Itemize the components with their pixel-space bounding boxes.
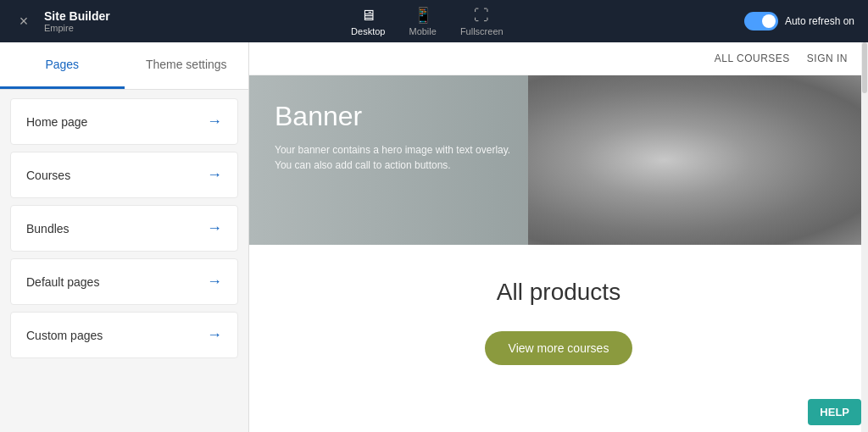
nav-item-custom-pages-label: Custom pages — [26, 329, 103, 342]
preview-scrollbar[interactable] — [861, 42, 868, 432]
nav-item-custom-pages-arrow: → — [207, 326, 222, 344]
banner-spiral-decoration — [528, 75, 869, 245]
banner-content: Banner Your banner contains a hero image… — [275, 101, 529, 173]
view-desktop[interactable]: 🖥 Desktop — [351, 7, 385, 36]
banner-image — [528, 75, 869, 245]
view-more-courses-button[interactable]: View more courses — [485, 331, 633, 365]
site-info: Site Builder Empire — [44, 9, 110, 33]
nav-item-custom-pages[interactable]: Custom pages → — [10, 312, 238, 358]
close-button[interactable]: × — [14, 11, 34, 31]
site-subtitle: Empire — [44, 23, 110, 33]
banner-description: Your banner contains a hero image with t… — [275, 142, 529, 173]
nav-item-default-pages-arrow: → — [207, 273, 222, 291]
tab-theme-settings[interactable]: Theme settings — [125, 42, 249, 89]
banner-section: Banner Your banner contains a hero image… — [249, 75, 868, 245]
site-title: Site Builder — [44, 9, 110, 23]
help-button[interactable]: HELP — [808, 399, 861, 425]
nav-item-courses[interactable]: Courses → — [10, 152, 238, 198]
nav-item-bundles-arrow: → — [207, 219, 222, 237]
preview-navbar: ALL COURSES SIGN IN — [249, 42, 868, 75]
nav-item-home-page[interactable]: Home page → — [10, 98, 238, 145]
sidebar: Pages Theme settings Home page → Courses… — [0, 42, 249, 432]
desktop-icon: 🖥 — [360, 7, 376, 25]
banner-title: Banner — [275, 101, 529, 132]
view-mobile[interactable]: 📱 Mobile — [409, 6, 436, 36]
mobile-icon: 📱 — [414, 6, 432, 25]
nav-item-default-pages-label: Default pages — [26, 275, 99, 289]
preview-nav-all-courses: ALL COURSES — [715, 53, 790, 64]
auto-refresh-toggle[interactable] — [744, 12, 778, 30]
sidebar-tabs: Pages Theme settings — [0, 42, 248, 90]
nav-item-default-pages[interactable]: Default pages → — [10, 258, 238, 305]
fullscreen-label: Fullscreen — [460, 26, 504, 36]
auto-refresh-label: Auto refresh on — [785, 15, 854, 27]
nav-item-bundles-label: Bundles — [26, 222, 70, 235]
close-icon: × — [19, 13, 29, 30]
topbar: × Site Builder Empire 🖥 Desktop 📱 Mobile… — [0, 0, 868, 42]
preview-nav-sign-in: SIGN IN — [807, 53, 848, 64]
tab-pages[interactable]: Pages — [0, 42, 125, 89]
nav-item-courses-arrow: → — [207, 166, 222, 184]
nav-items-list: Home page → Courses → Bundles → Default … — [0, 90, 248, 432]
view-fullscreen[interactable]: ⛶ Fullscreen — [460, 7, 504, 36]
all-products-section: All products View more courses — [249, 245, 868, 390]
preview-scrollbar-thumb — [862, 42, 867, 93]
mobile-label: Mobile — [409, 26, 436, 36]
nav-item-courses-label: Courses — [26, 169, 70, 182]
main-layout: Pages Theme settings Home page → Courses… — [0, 42, 868, 432]
nav-item-home-page-arrow: → — [207, 113, 222, 130]
nav-item-home-page-label: Home page — [26, 115, 87, 129]
preview-area: ALL COURSES SIGN IN Banner Your banner c… — [249, 42, 868, 432]
desktop-label: Desktop — [351, 26, 385, 36]
all-products-title: All products — [266, 279, 851, 306]
topbar-right: Auto refresh on — [744, 12, 854, 30]
nav-item-bundles[interactable]: Bundles → — [10, 205, 238, 252]
fullscreen-icon: ⛶ — [474, 7, 489, 25]
topbar-left: × Site Builder Empire — [14, 9, 110, 33]
view-options: 🖥 Desktop 📱 Mobile ⛶ Fullscreen — [351, 6, 504, 36]
